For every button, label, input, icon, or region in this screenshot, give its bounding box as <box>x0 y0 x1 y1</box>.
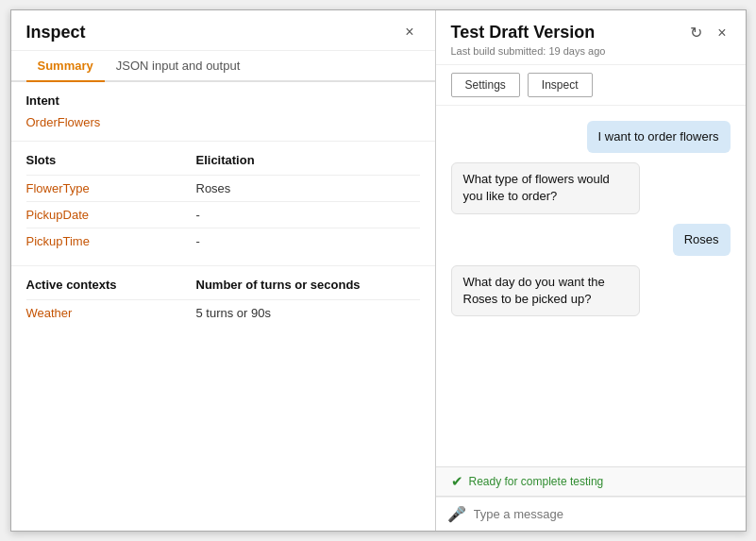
slots-col-elicit-heading: Elicitation <box>196 153 255 167</box>
chat-message-bot-1: What type of flowers would you like to o… <box>451 162 731 213</box>
right-title-actions: ↻ × <box>686 22 730 43</box>
ac-name-weather[interactable]: Weather <box>26 306 196 320</box>
chat-message-bot-2: What day do you want the Roses to be pic… <box>451 265 731 316</box>
left-panel: Inspect × Summary JSON input and output … <box>11 10 436 531</box>
active-contexts-header: Active contexts Number of turns or secon… <box>26 278 420 292</box>
mic-icon: 🎤 <box>447 505 466 523</box>
slot-name-pickupdate[interactable]: PickupDate <box>26 208 196 222</box>
right-title-row: Test Draft Version ↻ × <box>451 22 731 43</box>
bubble-bot-1: What type of flowers would you like to o… <box>451 162 640 213</box>
chat-input[interactable] <box>474 507 734 521</box>
ac-row: Weather 5 turns or 90s <box>26 299 420 326</box>
slot-value-flowertype: Roses <box>196 181 231 195</box>
chat-area: I want to order flowers What type of flo… <box>436 106 746 466</box>
slots-header: Slots Elicitation <box>26 153 420 167</box>
intent-section: Intent OrderFlowers <box>11 82 435 142</box>
left-header: Inspect × <box>11 10 435 51</box>
slot-name-flowertype[interactable]: FlowerType <box>26 181 196 195</box>
right-subtitle: Last build submitted: 19 days ago <box>451 45 731 57</box>
slot-value-pickupdate: - <box>196 208 200 222</box>
slots-col-name-heading: Slots <box>26 153 196 167</box>
tab-json[interactable]: JSON input and output <box>105 51 252 82</box>
right-header: Test Draft Version ↻ × Last build submit… <box>436 10 746 65</box>
left-close-button[interactable]: × <box>399 22 419 42</box>
left-content: Intent OrderFlowers Slots Elicitation Fl… <box>11 82 435 531</box>
right-action-bar: Settings Inspect <box>436 65 746 106</box>
status-check-icon: ✔ <box>451 473 463 490</box>
ac-value-weather: 5 turns or 90s <box>196 306 272 320</box>
status-bar: ✔ Ready for complete testing <box>436 466 746 497</box>
bubble-user-2: Roses <box>673 224 731 256</box>
active-contexts-section: Active contexts Number of turns or secon… <box>11 265 435 337</box>
ac-col-turns-heading: Number of turns or seconds <box>196 278 361 292</box>
ac-col-name-heading: Active contexts <box>26 278 196 292</box>
chat-input-bar: 🎤 <box>436 497 746 531</box>
chat-message-user-2: Roses <box>451 224 731 256</box>
tabs-row: Summary JSON input and output <box>11 51 435 82</box>
right-panel: Test Draft Version ↻ × Last build submit… <box>436 10 746 531</box>
slot-name-pickuptime[interactable]: PickupTime <box>26 234 196 248</box>
status-text: Ready for complete testing <box>469 475 604 488</box>
left-panel-title: Inspect <box>26 23 86 42</box>
bubble-user-1: I want to order flowers <box>587 121 731 153</box>
slot-row: PickupDate - <box>26 201 420 228</box>
tab-summary[interactable]: Summary <box>26 51 105 82</box>
right-close-button[interactable]: × <box>714 23 730 43</box>
slot-value-pickuptime: - <box>196 234 200 248</box>
slot-row: PickupTime - <box>26 228 420 254</box>
inspect-button[interactable]: Inspect <box>528 73 593 97</box>
settings-button[interactable]: Settings <box>451 73 520 97</box>
intent-value[interactable]: OrderFlowers <box>26 115 101 129</box>
slot-row: FlowerType Roses <box>26 175 420 201</box>
refresh-button[interactable]: ↻ <box>686 22 706 43</box>
intent-heading: Intent <box>26 93 420 108</box>
right-panel-title: Test Draft Version <box>451 23 596 42</box>
chat-message-user-1: I want to order flowers <box>451 121 731 153</box>
slots-section: Slots Elicitation FlowerType Roses Picku… <box>11 142 435 265</box>
bubble-bot-2: What day do you want the Roses to be pic… <box>451 265 640 316</box>
